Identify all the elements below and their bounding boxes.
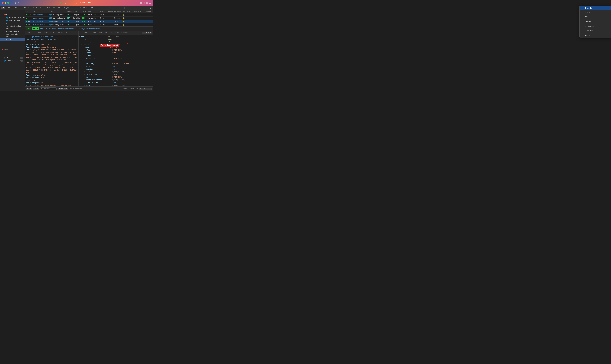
tree-row-slug[interactable]: slug lb1lET_0QFA [78,49,153,52]
expand-index0[interactable]: ▾ [83,46,85,49]
filter-json[interactable]: JSON [32,7,39,9]
sidebar-item-root[interactable]: / [0,22,25,25]
tree-row-root[interactable]: ▾ Root Object(3 items) [78,35,153,38]
sidebar-item-search[interactable]: ▶ /search [0,38,25,41]
th-code[interactable]: Code [81,10,87,13]
filter-4xx[interactable]: 4xx [113,7,118,9]
tab-treeview[interactable]: Treeview [120,31,129,34]
filter-3xx[interactable]: 3xx [108,7,113,9]
tree-row-tagspreview[interactable]: ▶ tags_preview Array(3 items) [78,73,153,76]
filter-1xx[interactable]: 1xx [98,7,102,9]
th-comment[interactable]: Comment [144,10,153,13]
expand-root[interactable]: ▾ [79,36,81,38]
sidebar-toggle-icon[interactable]: ⬜ [140,2,142,4]
tab-body-resp[interactable]: Body [97,31,104,34]
tree-row-premium[interactable]: premium true [78,68,153,70]
add-tab-icon2[interactable]: ＋ [130,32,131,34]
filter-http[interactable]: HTTP [6,7,12,9]
filter-all[interactable]: All [1,7,5,9]
tab-header[interactable]: Header [35,31,42,34]
sidebar-item-apps[interactable]: ▶ 📱 Apps 14 [0,56,25,59]
tree-row-updatedat[interactable]: updated_at 2024-07-14T23:47:12Z [78,62,153,65]
tree-row-likedbyuser[interactable]: liked_by_user false [78,81,153,84]
sidebar-item-awwwards[interactable]: ▾ 🌐 www.awwwards.com [0,16,25,19]
sidebar-item-domains[interactable]: ▶ 🌐 Domains 42 [0,59,25,62]
maximize-button[interactable] [7,2,9,4]
settings-icon[interactable]: ⚙ [150,7,152,9]
info-icon[interactable]: ℹ [151,27,152,30]
tab-setcookie[interactable]: Set-Cookie [104,31,114,34]
th-response[interactable]: Response [113,10,122,13]
filter-js[interactable]: JS [52,7,56,9]
tree-row-totalpages[interactable]: total_pages 52 [78,41,153,43]
sidebar-item-napi[interactable]: ▾ /napi [0,35,25,38]
tree-row-links[interactable]: ▶ links Object(4 items) [78,70,153,73]
minimize-button[interactable] [4,2,6,4]
th-time[interactable]: Time [87,10,99,13]
table-row[interactable]: 2425 https://unsplash.com/napi/search/il… [25,20,153,23]
filter-xml[interactable]: XML [46,7,51,9]
tab-header-resp[interactable]: Header [90,31,97,34]
th-method[interactable]: Method [66,10,72,13]
sidebar-item-serviceworker[interactable]: /service-worker.js [0,30,25,33]
th-id[interactable]: ID [26,10,32,13]
tab-query[interactable]: Query [42,31,49,34]
tab-raw-resp[interactable]: Raw [114,31,120,34]
tree-row-total[interactable]: total 1036 [78,38,153,41]
fullscreen-icon[interactable]: ⛶ [149,2,151,4]
tree-row-color[interactable]: color #EFEFEF [78,52,153,54]
tab-response[interactable]: Response [80,31,90,34]
sidebar-item-s[interactable]: ▶ /s [0,44,25,46]
layout-icon[interactable]: ▦ [146,2,148,4]
tree-row-user[interactable]: ▶ user Object(22 items) [78,84,153,87]
expand-tagspreview[interactable]: ▶ [85,73,86,76]
add-icon[interactable]: ＋ [1,63,3,65]
sidebar-item-saved[interactable]: 🔖 Saved [0,48,25,51]
table-row[interactable]: 2409 https://unsplash.com/napi/search/ph… [25,13,153,16]
sidebar-item-webmanifest[interactable]: /site-v2.webmanifest [0,25,25,27]
tree-row-index0[interactable]: ▾ Index 0 Object(26 items) [78,46,153,49]
expand-user[interactable]: ▶ [85,84,86,86]
th-request[interactable]: Request [107,10,113,13]
tree-row-results[interactable]: ▾ results Array(20 items) [78,43,153,46]
th-url[interactable]: URL [32,10,48,13]
filter-media[interactable]: Media [82,7,89,9]
tab-body[interactable]: Body [49,31,55,34]
filter-input[interactable] [43,88,55,90]
close-button[interactable] [2,2,4,4]
tree-row-plus[interactable]: plus true [78,65,153,68]
sidebar-item-nautocomplete[interactable]: /nautocomplete [0,33,25,35]
table-row[interactable]: https://unsplash.com/napi/search/meta?qu… [25,16,153,20]
treeview-dropdown-btn[interactable]: Tree View ▾ [142,32,152,34]
tab-request[interactable]: Request [26,31,35,34]
filter-css[interactable]: CSS [56,7,62,9]
trash-icon[interactable]: 🗑 [14,2,16,4]
th-client[interactable]: Client [48,10,66,13]
filter-other[interactable]: Other [90,7,96,9]
clear-button[interactable]: Clear [26,88,32,90]
filter-websocket[interactable]: WebSocket [21,7,31,9]
tree-row-topicsub[interactable]: ▶ topic_submissions Object(0 items) [78,78,153,81]
sidebar-item-a[interactable]: ▶ /a [0,41,25,44]
th-ssl[interactable]: SSL [122,10,126,13]
expand-topicsub[interactable]: ▶ [85,79,86,81]
th-duration[interactable]: Duration [99,10,107,13]
split-view-icon[interactable]: ⊞ [143,2,145,4]
sidebar-item-unsplash[interactable]: ▾ 🌐 unsplash.com [0,19,25,22]
filter-https[interactable]: HTTPS [13,7,20,9]
th-status[interactable]: Status [72,10,81,13]
filter-graphql[interactable]: GraphQL [63,7,71,9]
filter-5xx[interactable]: 5xx [119,7,123,9]
filter-expand[interactable]: ‹ [125,7,128,9]
pause-icon[interactable]: ⏸ [11,2,13,4]
table-row[interactable]: 2410 https://unsplash.com/napi/search/il… [25,23,153,26]
expand-results[interactable]: ▾ [81,44,83,46]
filter-document[interactable]: Document [72,7,82,9]
tab-raw[interactable]: Raw [64,31,70,34]
filter-form[interactable]: Form [39,7,45,9]
auto-select-button[interactable]: Auto Select [58,88,68,90]
tree-row-likes[interactable]: likes 4 [78,54,153,57]
add-tab-icon[interactable]: ＋ [70,32,72,34]
sidebar-item-nabc[interactable]: /nabc [0,27,25,30]
edit-icon[interactable]: ✎ [18,2,19,4]
